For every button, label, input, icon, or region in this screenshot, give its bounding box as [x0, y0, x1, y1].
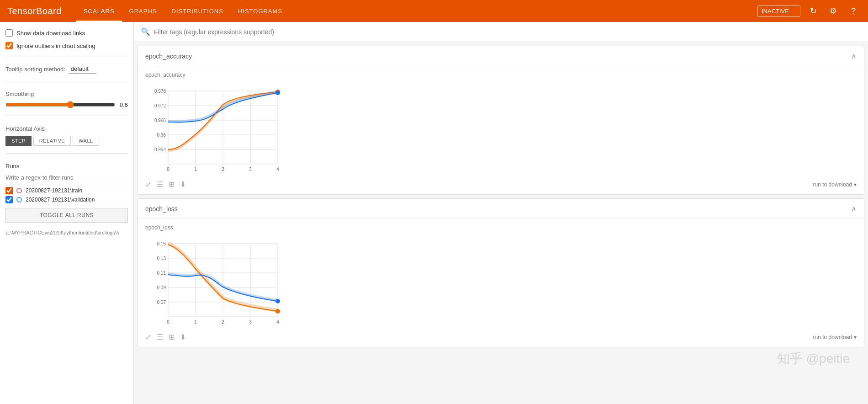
- header-right: INACTIVE ↻ ⚙ ?: [757, 4, 861, 18]
- run-item-1: 20200827-192131\validation: [5, 196, 128, 203]
- svg-text:0.978: 0.978: [154, 89, 166, 94]
- filter-bar: 🔍: [134, 22, 868, 42]
- epoch-loss-footer: ⤢ ☰ ⊞ ⬇ run to download ▾: [145, 331, 857, 341]
- svg-text:0: 0: [167, 319, 169, 324]
- epoch-loss-title: epoch_loss: [145, 205, 178, 213]
- epoch-accuracy-subtitle: epoch_accuracy: [145, 72, 857, 78]
- svg-text:0.09: 0.09: [157, 285, 166, 290]
- nav-tab-scalars[interactable]: SCALARS: [76, 0, 122, 22]
- run-to-download-chevron-loss: ▾: [854, 334, 857, 340]
- run-0-checkbox[interactable]: [5, 187, 13, 194]
- run-0-name: 20200827-192131\train: [26, 187, 82, 194]
- grid-icon-loss[interactable]: ⊞: [169, 333, 175, 341]
- smoothing-value: 0.6: [120, 101, 128, 108]
- epoch-loss-chart: 0.15 0.13 0.11 0.09 0.07 0 1 2 3 4: [145, 234, 282, 327]
- divider-1: [5, 57, 128, 57]
- svg-point-44: [275, 309, 280, 314]
- runs-section: Runs 20200827-192131\train 20200827-1921…: [5, 163, 128, 223]
- ignore-outliers-checkbox[interactable]: [5, 42, 13, 49]
- run-0-circle: [16, 188, 22, 193]
- svg-text:0.966: 0.966: [154, 118, 166, 123]
- run-item-0: 20200827-192131\train: [5, 187, 128, 194]
- status-select[interactable]: INACTIVE: [757, 5, 800, 17]
- divider-4: [5, 153, 128, 154]
- svg-point-22: [275, 90, 280, 95]
- tooltip-select[interactable]: default: [69, 64, 96, 74]
- tooltip-label: Tooltip sorting method:: [5, 66, 65, 73]
- log-path: E:\MYPRACTICE\vs2019\python\untitled\src…: [5, 230, 128, 235]
- svg-text:0.11: 0.11: [157, 271, 166, 276]
- run-to-download-loss[interactable]: run to download ▾: [813, 334, 857, 340]
- epoch-loss-subtitle: epoch_loss: [145, 224, 857, 231]
- svg-text:0.07: 0.07: [157, 300, 166, 305]
- run-1-name: 20200827-192131\validation: [26, 197, 95, 203]
- run-to-download-label: run to download: [813, 181, 852, 188]
- nav-tab-distributions[interactable]: DISTRIBUTIONS: [164, 0, 231, 22]
- epoch-loss-body: epoch_loss: [138, 219, 864, 347]
- axis-btn-step[interactable]: STEP: [5, 136, 32, 146]
- axis-btn-relative[interactable]: RELATIVE: [33, 136, 71, 146]
- svg-text:3: 3: [249, 319, 252, 324]
- main-content: 🔍 epoch_accuracy ∧ epoch_accuracy: [134, 22, 868, 404]
- show-download-label: Show data download links: [16, 30, 85, 37]
- runs-filter-input[interactable]: [5, 172, 128, 183]
- expand-icon[interactable]: ⤢: [145, 180, 151, 189]
- slider-row: 0.6: [5, 101, 128, 108]
- nav-tab-histograms[interactable]: HISTOGRAMS: [231, 0, 290, 22]
- epoch-loss-collapse[interactable]: ∧: [851, 204, 857, 213]
- settings-button[interactable]: ⚙: [826, 4, 841, 18]
- logo: TensorBoard: [7, 6, 62, 16]
- epoch-accuracy-svg: 0.978 0.972 0.966 0.96 0.954 0 1 2 3 4: [145, 82, 282, 173]
- toggle-all-button[interactable]: TOGGLE ALL RUNS: [5, 208, 128, 223]
- svg-text:3: 3: [249, 167, 252, 172]
- search-icon: 🔍: [141, 27, 150, 36]
- epoch-accuracy-title: epoch_accuracy: [145, 53, 192, 60]
- nav-tabs: SCALARS GRAPHS DISTRIBUTIONS HISTOGRAMS: [76, 0, 743, 22]
- epoch-loss-section: epoch_loss ∧ epoch_loss: [138, 198, 864, 347]
- svg-text:2: 2: [222, 167, 224, 172]
- epoch-accuracy-body: epoch_accuracy: [138, 66, 864, 194]
- smoothing-slider[interactable]: [5, 101, 115, 108]
- axis-btn-wall[interactable]: WALL: [73, 136, 99, 146]
- header: TensorBoard SCALARS GRAPHS DISTRIBUTIONS…: [0, 0, 868, 22]
- refresh-button[interactable]: ↻: [806, 4, 820, 18]
- divider-2: [5, 81, 128, 81]
- svg-text:0.954: 0.954: [154, 147, 166, 152]
- run-1-checkbox[interactable]: [5, 196, 13, 203]
- download-icon-loss[interactable]: ⬇: [180, 333, 186, 341]
- epoch-accuracy-header: epoch_accuracy ∧: [138, 46, 864, 66]
- run-to-download-accuracy[interactable]: run to download ▾: [813, 181, 857, 188]
- nav-tab-graphs[interactable]: GRAPHS: [122, 0, 164, 22]
- grid-icon[interactable]: ⊞: [169, 180, 175, 189]
- svg-text:0: 0: [167, 167, 169, 172]
- epoch-accuracy-chart: 0.978 0.972 0.966 0.96 0.954 0 1 2 3 4: [145, 82, 282, 175]
- epoch-accuracy-footer: ⤢ ☰ ⊞ ⬇ run to download ▾: [145, 178, 857, 189]
- epoch-accuracy-collapse[interactable]: ∧: [851, 52, 857, 60]
- run-to-download-label-loss: run to download: [813, 334, 852, 340]
- svg-text:4: 4: [276, 319, 279, 324]
- download-icon[interactable]: ⬇: [180, 180, 186, 189]
- smoothing-section: Smoothing 0.6: [5, 90, 128, 108]
- svg-text:1: 1: [194, 319, 197, 324]
- epoch-loss-header: epoch_loss ∧: [138, 199, 864, 219]
- ignore-outliers-label: Ignore outliers in chart scaling: [16, 43, 95, 49]
- axis-section: Horizontal Axis STEP RELATIVE WALL: [5, 125, 128, 146]
- svg-point-45: [275, 299, 280, 303]
- divider-3: [5, 116, 128, 116]
- list-icon-loss[interactable]: ☰: [157, 333, 163, 341]
- show-download-row: Show data download links: [5, 29, 128, 37]
- chart-icons-loss: ⤢ ☰ ⊞ ⬇: [145, 333, 186, 341]
- ignore-outliers-row: Ignore outliers in chart scaling: [5, 42, 128, 49]
- show-download-checkbox[interactable]: [5, 29, 13, 37]
- svg-text:0.13: 0.13: [157, 256, 166, 261]
- sidebar: Show data download links Ignore outliers…: [0, 22, 134, 404]
- expand-icon-loss[interactable]: ⤢: [145, 333, 151, 341]
- filter-input[interactable]: [154, 28, 861, 36]
- svg-text:0.96: 0.96: [157, 133, 166, 138]
- svg-text:4: 4: [276, 167, 279, 172]
- epoch-accuracy-section: epoch_accuracy ∧ epoch_accuracy: [138, 46, 864, 195]
- list-icon[interactable]: ☰: [157, 180, 163, 189]
- svg-text:1: 1: [194, 167, 197, 172]
- chart-icons-accuracy: ⤢ ☰ ⊞ ⬇: [145, 180, 186, 189]
- help-button[interactable]: ?: [846, 4, 861, 18]
